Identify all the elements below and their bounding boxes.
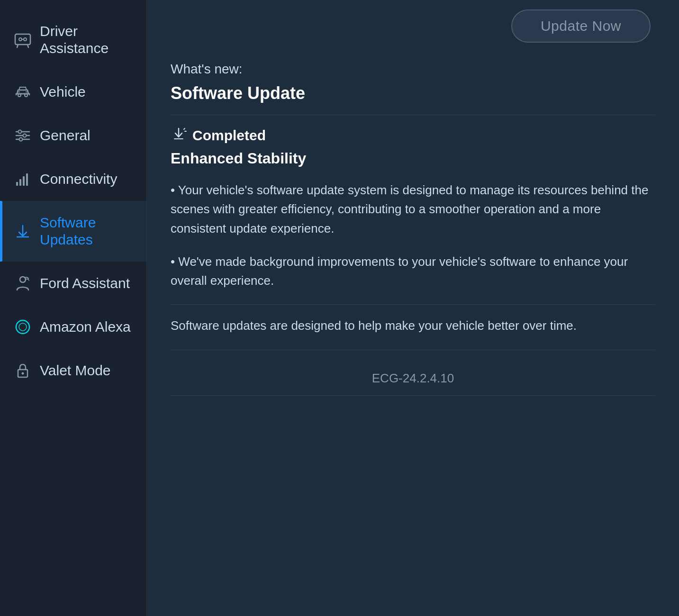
connectivity-icon bbox=[14, 171, 31, 188]
sidebar: Driver Assistance Vehicle bbox=[0, 0, 147, 616]
sidebar-item-vehicle[interactable]: Vehicle bbox=[0, 70, 146, 114]
svg-rect-11 bbox=[16, 182, 18, 186]
whats-new-section: What's new: Software Update Completed En… bbox=[147, 57, 679, 421]
divider-1 bbox=[171, 115, 655, 115]
connectivity-label: Connectivity bbox=[40, 171, 117, 188]
description-1: • Your vehicle's software update system … bbox=[171, 181, 655, 238]
divider-4 bbox=[171, 395, 655, 396]
svg-point-10 bbox=[19, 138, 23, 141]
general-icon bbox=[14, 127, 31, 144]
svg-point-8 bbox=[18, 130, 22, 134]
active-indicator bbox=[0, 201, 2, 262]
amazon-alexa-label: Amazon Alexa bbox=[40, 318, 131, 335]
main-content: Update Now What's new: Software Update C… bbox=[147, 0, 679, 616]
sidebar-item-amazon-alexa[interactable]: Amazon Alexa bbox=[0, 305, 146, 349]
svg-rect-13 bbox=[23, 176, 25, 186]
svg-point-3 bbox=[18, 94, 21, 97]
driver-assistance-label: Driver Assistance bbox=[40, 23, 132, 57]
ford-assistant-icon bbox=[14, 275, 31, 292]
footer-text: Software updates are designed to help ma… bbox=[171, 316, 655, 335]
svg-point-4 bbox=[25, 94, 27, 97]
update-now-button[interactable]: Update Now bbox=[511, 9, 651, 43]
completed-row: Completed bbox=[171, 127, 655, 144]
ford-assistant-label: Ford Assistant bbox=[40, 275, 130, 292]
sidebar-item-driver-assistance[interactable]: Driver Assistance bbox=[0, 9, 146, 70]
svg-point-1 bbox=[19, 38, 22, 41]
svg-point-16 bbox=[16, 320, 29, 334]
software-updates-icon bbox=[14, 223, 31, 240]
svg-point-17 bbox=[19, 323, 27, 331]
sidebar-item-connectivity[interactable]: Connectivity bbox=[0, 157, 146, 201]
description-2: • We've made background improvements to … bbox=[171, 252, 655, 290]
vehicle-label: Vehicle bbox=[40, 83, 86, 100]
sidebar-item-ford-assistant[interactable]: Ford Assistant bbox=[0, 262, 146, 305]
sidebar-item-valet-mode[interactable]: Valet Mode bbox=[0, 349, 146, 392]
sidebar-item-software-updates[interactable]: Software Updates bbox=[0, 201, 146, 262]
svg-point-9 bbox=[23, 134, 27, 137]
completed-icon bbox=[171, 127, 187, 144]
sidebar-item-general[interactable]: General bbox=[0, 114, 146, 157]
completed-label: Completed bbox=[192, 127, 266, 144]
general-label: General bbox=[40, 127, 91, 144]
svg-rect-12 bbox=[19, 179, 21, 186]
software-updates-label: Software Updates bbox=[40, 214, 132, 248]
vehicle-icon bbox=[14, 83, 31, 100]
valet-mode-icon bbox=[14, 362, 31, 379]
whats-new-label: What's new: bbox=[171, 62, 655, 77]
amazon-alexa-icon bbox=[14, 318, 31, 335]
header-area: Update Now bbox=[147, 0, 679, 57]
svg-point-2 bbox=[24, 38, 27, 41]
svg-point-19 bbox=[22, 372, 24, 375]
valet-mode-label: Valet Mode bbox=[40, 362, 111, 379]
version-text: ECG-24.2.4.10 bbox=[171, 362, 655, 390]
divider-2 bbox=[171, 304, 655, 305]
divider-3 bbox=[171, 350, 655, 350]
software-update-title: Software Update bbox=[171, 83, 655, 103]
svg-rect-14 bbox=[26, 173, 28, 186]
driver-assistance-icon bbox=[14, 31, 31, 48]
enhanced-stability-label: Enhanced Stability bbox=[171, 150, 655, 167]
